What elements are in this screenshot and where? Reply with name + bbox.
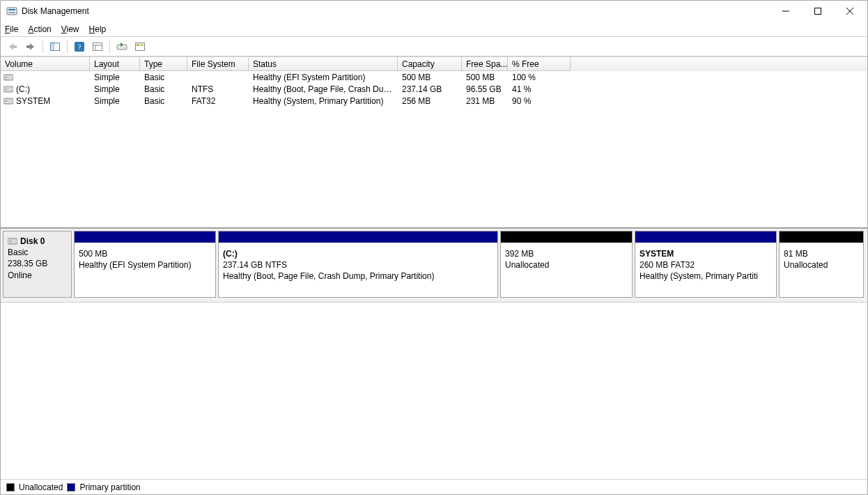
- svg-point-24: [6, 89, 7, 90]
- back-button[interactable]: [5, 39, 20, 54]
- partition-title: SYSTEM: [640, 248, 772, 259]
- close-button[interactable]: [834, 1, 866, 22]
- svg-rect-21: [3, 75, 13, 80]
- legend-unallocated-label: Unallocated: [19, 482, 63, 492]
- volume-type: Basic: [140, 96, 187, 106]
- menu-help[interactable]: Help: [89, 24, 107, 34]
- menu-action[interactable]: Action: [28, 24, 51, 34]
- help-button[interactable]: ?: [72, 39, 87, 54]
- volume-icon: [3, 74, 13, 81]
- table-row[interactable]: (C:)SimpleBasicNTFSHealthy (Boot, Page F…: [1, 83, 867, 95]
- volume-capacity: 237.14 GB: [398, 84, 462, 94]
- disk-type: Basic: [8, 247, 67, 258]
- svg-rect-27: [8, 238, 17, 244]
- volume-free: 231 MB: [462, 96, 508, 106]
- partition-status: Healthy (EFI System Partition): [79, 259, 211, 271]
- volume-status: Healthy (System, Primary Partition): [249, 96, 398, 106]
- svg-rect-2: [8, 12, 15, 13]
- table-row[interactable]: SimpleBasicHealthy (EFI System Partition…: [1, 71, 867, 83]
- forward-button[interactable]: [23, 39, 38, 54]
- disk-row[interactable]: Disk 0 Basic 238.35 GB Online 500 MBHeal…: [3, 231, 865, 298]
- legend-primary-label: Primary partition: [79, 482, 140, 492]
- partition-size: 260 MB FAT32: [640, 259, 772, 271]
- maximize-button[interactable]: [802, 1, 834, 22]
- partition-status: Unallocated: [505, 259, 628, 271]
- partition[interactable]: 500 MBHealthy (EFI System Partition): [74, 231, 216, 298]
- svg-point-26: [6, 100, 7, 102]
- svg-rect-1: [8, 9, 15, 10]
- partition-status: Unallocated: [784, 259, 859, 271]
- empty-area: [1, 302, 867, 479]
- window-title: Disk Management: [22, 6, 770, 16]
- partition[interactable]: 81 MBUnallocated: [779, 231, 864, 298]
- col-capacity[interactable]: Capacity: [398, 57, 462, 71]
- volume-free: 500 MB: [462, 73, 508, 82]
- volume-capacity: 256 MB: [398, 96, 462, 106]
- partition-size: 500 MB: [79, 248, 211, 259]
- volume-list-body: SimpleBasicHealthy (EFI System Partition…: [1, 71, 867, 107]
- refresh-button[interactable]: [114, 39, 130, 54]
- col-volume[interactable]: Volume: [1, 57, 90, 71]
- volume-free: 96.55 GB: [462, 84, 508, 94]
- volume-type: Basic: [140, 73, 187, 82]
- partition-header: [501, 231, 632, 243]
- svg-rect-19: [137, 44, 139, 46]
- partitions-container: 500 MBHealthy (EFI System Partition)(C:)…: [74, 231, 865, 298]
- partition-header: [780, 231, 863, 243]
- toolbar-separator: [42, 40, 43, 54]
- legend-unallocated-swatch: [6, 483, 15, 492]
- partition[interactable]: (C:)237.14 GB NTFSHealthy (Boot, Page Fi…: [218, 231, 498, 298]
- partition[interactable]: 392 MBUnallocated: [500, 231, 633, 298]
- svg-rect-0: [7, 8, 17, 15]
- partition-header: [75, 231, 215, 243]
- volume-status: Healthy (Boot, Page File, Crash Dump...: [249, 84, 398, 94]
- partition-header: [219, 231, 497, 243]
- disk-icon: [8, 238, 17, 245]
- volume-type: Basic: [140, 84, 187, 94]
- titlebar: Disk Management: [1, 1, 867, 22]
- table-row[interactable]: SYSTEMSimpleBasicFAT32Healthy (System, P…: [1, 95, 867, 107]
- properties-button[interactable]: [90, 39, 105, 54]
- svg-rect-11: [51, 43, 54, 50]
- more-button[interactable]: [132, 39, 148, 54]
- menu-file[interactable]: File: [5, 24, 18, 34]
- partition-size: 81 MB: [784, 248, 859, 259]
- toolbar-separator: [67, 40, 68, 54]
- svg-rect-4: [815, 8, 821, 15]
- partition[interactable]: SYSTEM260 MB FAT32Healthy (System, Prima…: [635, 231, 777, 298]
- menu-view[interactable]: View: [61, 24, 79, 34]
- col-status[interactable]: Status: [249, 57, 398, 71]
- toolbar: ?: [1, 37, 867, 56]
- disk-name: Disk 0: [20, 236, 45, 247]
- legend: Unallocated Primary partition: [1, 479, 867, 494]
- window-controls: [770, 1, 866, 22]
- menubar: File Action View Help: [1, 22, 867, 37]
- disk-size: 238.35 GB: [8, 258, 67, 269]
- partition-header: [635, 231, 776, 243]
- col-pctfree[interactable]: % Free: [508, 57, 571, 71]
- volume-layout: Simple: [90, 73, 140, 82]
- svg-rect-23: [3, 86, 13, 92]
- volume-fs: FAT32: [187, 96, 249, 106]
- col-freespace[interactable]: Free Spa...: [462, 57, 508, 71]
- volume-layout: Simple: [90, 84, 140, 94]
- show-hide-button[interactable]: [47, 39, 63, 54]
- volume-pctfree: 100 %: [508, 73, 571, 82]
- toolbar-separator: [109, 40, 110, 54]
- svg-rect-7: [13, 45, 17, 48]
- partition-status: Healthy (Boot, Page File, Crash Dump, Pr…: [223, 271, 493, 282]
- svg-rect-25: [3, 98, 13, 104]
- legend-primary-swatch: [67, 483, 75, 492]
- volume-icon: [3, 86, 13, 93]
- volume-fs: NTFS: [187, 84, 249, 94]
- col-filesystem[interactable]: File System: [187, 57, 249, 71]
- minimize-button[interactable]: [770, 1, 802, 22]
- col-layout[interactable]: Layout: [90, 57, 140, 71]
- volume-layout: Simple: [90, 96, 140, 106]
- col-type[interactable]: Type: [140, 57, 187, 71]
- volume-list[interactable]: Volume Layout Type File System Status Ca…: [1, 56, 867, 228]
- disk-info[interactable]: Disk 0 Basic 238.35 GB Online: [3, 231, 72, 298]
- partition-size: 392 MB: [505, 248, 628, 259]
- partition-size: 237.14 GB NTFS: [223, 259, 493, 271]
- volume-name: SYSTEM: [16, 96, 50, 106]
